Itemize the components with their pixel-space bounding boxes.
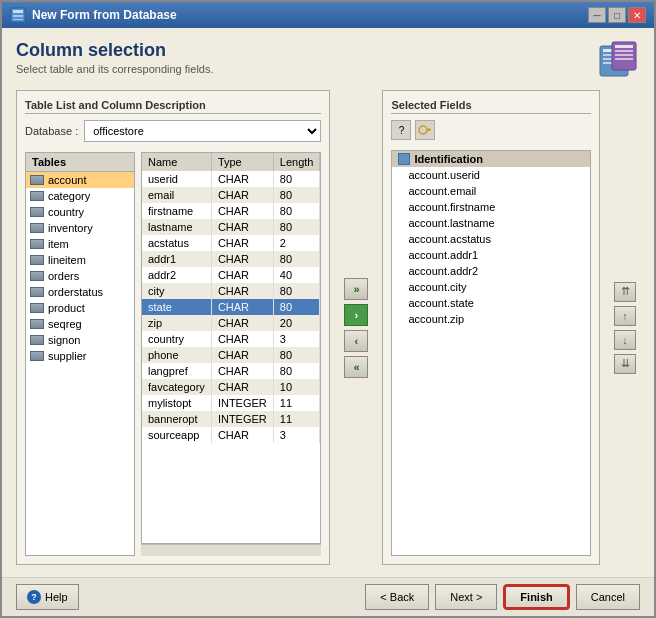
table-row[interactable]: phoneCHAR80 bbox=[142, 347, 320, 363]
table-row[interactable]: useridCHAR80 bbox=[142, 171, 320, 187]
table-item[interactable]: lineitem bbox=[26, 252, 134, 268]
back-button[interactable]: < Back bbox=[365, 584, 429, 610]
maximize-button[interactable]: □ bbox=[608, 7, 626, 23]
selected-field-item[interactable]: account.email bbox=[392, 183, 590, 199]
table-item[interactable]: inventory bbox=[26, 220, 134, 236]
svg-rect-13 bbox=[615, 58, 633, 60]
sort-bottom-button[interactable]: ⇊ bbox=[614, 354, 636, 374]
table-row[interactable]: lastnameCHAR80 bbox=[142, 219, 320, 235]
col-cell-type: CHAR bbox=[211, 251, 273, 267]
svg-rect-10 bbox=[615, 45, 633, 48]
finish-button[interactable]: Finish bbox=[503, 584, 569, 610]
table-item[interactable]: country bbox=[26, 204, 134, 220]
col-cell-type: CHAR bbox=[211, 379, 273, 395]
selected-field-item[interactable]: account.lastname bbox=[392, 215, 590, 231]
table-row[interactable]: mylistoptINTEGER11 bbox=[142, 395, 320, 411]
table-item-icon bbox=[30, 271, 44, 281]
col-cell-type: CHAR bbox=[211, 315, 273, 331]
col-cell-name: email bbox=[142, 187, 211, 203]
selected-field-item[interactable]: account.addr1 bbox=[392, 247, 590, 263]
selected-fields-group-header: Identification bbox=[392, 151, 590, 167]
table-row[interactable]: stateCHAR80 bbox=[142, 299, 320, 315]
add-all-button[interactable]: » bbox=[344, 278, 368, 300]
table-item[interactable]: seqreg bbox=[26, 316, 134, 332]
question-icon-btn[interactable]: ? bbox=[391, 120, 411, 140]
col-header-length: Length bbox=[273, 153, 320, 171]
sort-down-button[interactable]: ↓ bbox=[614, 330, 636, 350]
col-cell-length: 20 bbox=[273, 315, 320, 331]
table-item[interactable]: account bbox=[26, 172, 134, 188]
column-scrollbar[interactable] bbox=[141, 544, 321, 556]
title-bar-left: New Form from Database bbox=[10, 7, 177, 23]
col-cell-name: banneropt bbox=[142, 411, 211, 427]
table-item[interactable]: category bbox=[26, 188, 134, 204]
table-row[interactable]: countryCHAR3 bbox=[142, 331, 320, 347]
table-row[interactable]: banneroptINTEGER11 bbox=[142, 411, 320, 427]
table-row[interactable]: firstnameCHAR80 bbox=[142, 203, 320, 219]
title-buttons: ─ □ ✕ bbox=[588, 7, 646, 23]
table-row[interactable]: sourceappCHAR3 bbox=[142, 427, 320, 443]
selected-field-item[interactable]: account.userid bbox=[392, 167, 590, 183]
col-cell-type: CHAR bbox=[211, 427, 273, 443]
col-cell-type: CHAR bbox=[211, 347, 273, 363]
selected-field-item[interactable]: account.addr2 bbox=[392, 263, 590, 279]
table-item[interactable]: supplier bbox=[26, 348, 134, 364]
main-window: New Form from Database ─ □ ✕ Column sele… bbox=[0, 0, 656, 618]
close-button[interactable]: ✕ bbox=[628, 7, 646, 23]
sort-up-button[interactable]: ↑ bbox=[614, 306, 636, 326]
columns-table: Name Type Length useridCHAR80emailCHAR80… bbox=[141, 152, 321, 544]
add-one-button[interactable]: › bbox=[344, 304, 368, 326]
selected-field-item[interactable]: account.zip bbox=[392, 311, 590, 327]
help-button[interactable]: ? Help bbox=[16, 584, 79, 610]
col-cell-name: addr1 bbox=[142, 251, 211, 267]
left-panel: Table List and Column Description Databa… bbox=[16, 90, 330, 565]
table-item-label: item bbox=[48, 238, 69, 250]
key-icon bbox=[418, 124, 432, 136]
table-item-icon bbox=[30, 175, 44, 185]
table-row[interactable]: langprefCHAR80 bbox=[142, 363, 320, 379]
key-icon-btn[interactable] bbox=[415, 120, 435, 140]
col-cell-name: userid bbox=[142, 171, 211, 187]
table-row[interactable]: addr2CHAR40 bbox=[142, 267, 320, 283]
table-item[interactable]: signon bbox=[26, 332, 134, 348]
cancel-button[interactable]: Cancel bbox=[576, 584, 640, 610]
table-item[interactable]: product bbox=[26, 300, 134, 316]
database-select[interactable]: officestore bbox=[84, 120, 321, 142]
selected-field-item[interactable]: account.city bbox=[392, 279, 590, 295]
table-item-icon bbox=[30, 255, 44, 265]
remove-one-button[interactable]: ‹ bbox=[344, 330, 368, 352]
col-cell-length: 80 bbox=[273, 251, 320, 267]
tables-box: Tables accountcategorycountryinventoryit… bbox=[25, 152, 135, 556]
footer: ? Help < Back Next > Finish Cancel bbox=[2, 577, 654, 616]
page-header: Column selection Select table and its co… bbox=[16, 40, 640, 82]
right-panel-toolbar: ? bbox=[391, 120, 591, 140]
sort-top-button[interactable]: ⇈ bbox=[614, 282, 636, 302]
table-row[interactable]: addr1CHAR80 bbox=[142, 251, 320, 267]
table-item[interactable]: item bbox=[26, 236, 134, 252]
table-item-label: category bbox=[48, 190, 90, 202]
selected-field-item[interactable]: account.acstatus bbox=[392, 231, 590, 247]
window-title: New Form from Database bbox=[32, 8, 177, 22]
table-row[interactable]: acstatusCHAR2 bbox=[142, 235, 320, 251]
col-cell-length: 3 bbox=[273, 427, 320, 443]
columns-header-row: Name Type Length bbox=[142, 153, 320, 171]
main-area: Table List and Column Description Databa… bbox=[16, 90, 640, 565]
table-item[interactable]: orderstatus bbox=[26, 284, 134, 300]
help-label: Help bbox=[45, 591, 68, 603]
col-cell-name: sourceapp bbox=[142, 427, 211, 443]
table-row[interactable]: favcategoryCHAR10 bbox=[142, 379, 320, 395]
col-cell-name: lastname bbox=[142, 219, 211, 235]
table-row[interactable]: emailCHAR80 bbox=[142, 187, 320, 203]
table-row[interactable]: zipCHAR20 bbox=[142, 315, 320, 331]
help-icon: ? bbox=[27, 590, 41, 604]
col-cell-length: 10 bbox=[273, 379, 320, 395]
col-cell-length: 80 bbox=[273, 347, 320, 363]
col-cell-length: 80 bbox=[273, 203, 320, 219]
selected-field-item[interactable]: account.firstname bbox=[392, 199, 590, 215]
minimize-button[interactable]: ─ bbox=[588, 7, 606, 23]
selected-field-item[interactable]: account.state bbox=[392, 295, 590, 311]
table-item[interactable]: orders bbox=[26, 268, 134, 284]
remove-all-button[interactable]: « bbox=[344, 356, 368, 378]
next-button[interactable]: Next > bbox=[435, 584, 497, 610]
table-row[interactable]: cityCHAR80 bbox=[142, 283, 320, 299]
